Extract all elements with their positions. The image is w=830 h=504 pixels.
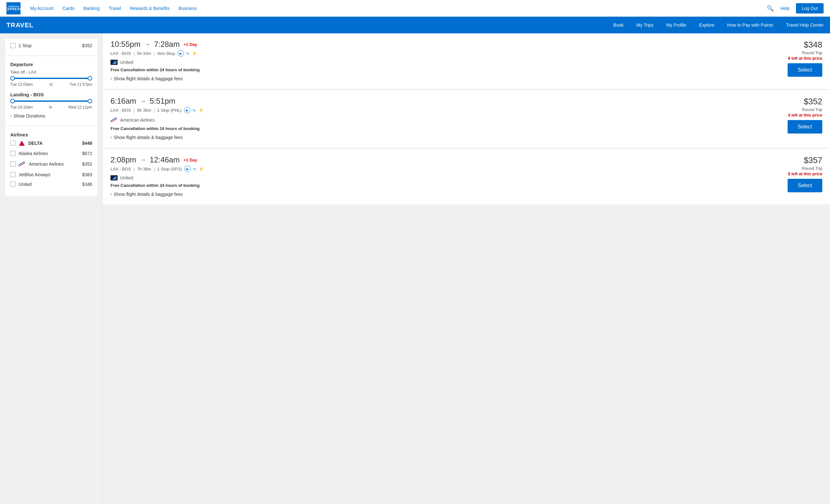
nav-cards[interactable]: Cards [62,6,74,11]
screen-icon-1: ▶ [178,50,184,57]
nav-my-account[interactable]: My Account [30,6,53,11]
airline-name-3: United [120,175,133,180]
delta-checkbox[interactable] [10,141,15,146]
flight-route-1: LAX - BOS | 5h 33m | Non-Stop ▶ ∿ ⚡ [110,50,199,57]
flight-info-2: 6:16am → 5:51pm LAX - BOS | 8h 35m | 1 S… [110,97,204,142]
landing-slider-left[interactable] [10,99,15,103]
duration-2: 8h 35m [137,108,151,113]
travel-nav-explore[interactable]: Explore [699,23,714,28]
select-button-3[interactable]: Select [788,179,822,192]
seats-left-1: 9 left at this price [788,56,822,61]
slider-left-handle[interactable] [10,76,15,80]
select-button-2[interactable]: Select [788,120,822,134]
travel-nav-my-profile[interactable]: My Profile [666,23,686,28]
nav-help[interactable]: Help [780,6,790,11]
aa-logo-icon-2 [110,116,118,124]
nav-rewards[interactable]: Rewards & Benefits [130,6,169,11]
free-cancel-3: Free Cancellation within 24 hours of boo… [110,183,204,188]
duration-3: 7h 38m [137,167,151,171]
departure-sub: Take off - LAX [10,70,92,74]
show-details-button-3[interactable]: › Show flight details & baggage fees [110,189,183,199]
travel-nav-help-center[interactable]: Travel Help Center [786,23,824,28]
flight-times-1: 10:55pm → 7:28am +1 Day [110,40,199,49]
united-price: $348 [82,182,92,187]
flight-card-1: 10:55pm → 7:28am +1 Day LAX - BOS | 5h 3… [103,33,830,89]
nav-travel[interactable]: Travel [108,6,121,11]
flight-card-3: 2:08pm → 12:46am +1 Day LAX - BOS | 7h 3… [103,149,830,204]
departure-range-end: Tue 11:57pm [70,82,92,87]
wifi-icon-3: ∿ [193,166,197,171]
show-details-button-1[interactable]: › Show flight details & baggage fees [110,73,183,84]
flight-header-2: 6:16am → 5:51pm LAX - BOS | 8h 35m | 1 S… [110,97,822,142]
landing-range-end: Wed 12:11pm [68,105,93,109]
show-details-label-2: Show flight details & baggage fees [114,135,183,140]
flights-list: 10:55pm → 7:28am +1 Day LAX - BOS | 5h 3… [103,33,830,504]
airlines-title: Airlines [10,132,92,137]
stops-1: Non-Stop [157,51,175,56]
price-1: $348 [804,40,822,50]
logout-button[interactable]: Log Out [796,3,824,13]
airline-row-jetblue: JetBlue Airways $383 [10,172,92,177]
select-button-1[interactable]: Select [788,63,822,77]
aa-price: $352 [82,162,92,167]
plus-day-3: +1 Day [183,158,197,162]
departure-range: Tue 12:03am to Tue 11:57pm [10,82,92,87]
show-durations-button[interactable]: › Show Durations [10,111,45,121]
travel-nav-pay-with-points[interactable]: How to Pay with Points [727,23,773,28]
alaska-name: Alaska Airlines [19,151,79,156]
route-2: LAX - BOS [110,108,131,113]
departure-to: to [50,82,53,87]
landing-slider-right[interactable] [88,99,92,103]
stops-checkbox[interactable] [10,43,15,48]
nav-business[interactable]: Business [179,6,197,11]
travel-nav-my-trips[interactable]: My Trips [636,23,653,28]
flight-header-1: 10:55pm → 7:28am +1 Day LAX - BOS | 5h 3… [110,40,822,84]
arrow-icon-3: → [140,157,146,163]
jetblue-name: JetBlue Airways [19,172,79,177]
airline-row-alaska: Alaska Airlines $672 [10,151,92,156]
alaska-checkbox[interactable] [10,151,15,156]
aa-logo-icon [19,161,26,168]
trip-type-1: Round Trip [802,51,822,55]
power-icon-1: ⚡ [192,51,197,56]
stops-price: $352 [82,43,92,48]
departure-slider[interactable] [10,78,92,79]
route-3: LAX - BOS [110,167,131,171]
united-checkbox[interactable] [10,182,15,187]
flight-amenities-3: ▶ ∿ ⚡ [184,166,204,172]
travel-navigation: TRAVEL Book My Trips My Profile Explore … [0,17,830,33]
show-details-button-2[interactable]: › Show flight details & baggage fees [110,132,183,142]
seats-left-2: 4 left at this price [788,113,822,117]
arrive-time-2: 5:51pm [150,97,175,106]
stops-3: 1 Stop (SFO) [157,167,182,171]
nav-banking[interactable]: Banking [84,6,100,11]
landing-to: to [49,105,52,109]
travel-nav-book[interactable]: Book [613,23,624,28]
seats-left-3: 9 left at this price [788,171,822,176]
amex-logo: AMERICAN EXPRESS [6,2,21,14]
departure-range-start: Tue 12:03am [10,82,33,87]
chevron-icon-2: › [110,135,112,140]
depart-time-1: 10:55pm [110,40,140,49]
wifi-icon-1: ∿ [186,51,190,56]
search-icon[interactable]: 🔍 [767,5,774,12]
jetblue-price: $383 [82,172,92,177]
jetblue-checkbox[interactable] [10,172,15,177]
flight-times-2: 6:16am → 5:51pm [110,97,204,106]
flight-amenities-1: ▶ ∿ ⚡ [178,50,197,57]
delta-price: $448 [82,141,92,146]
airline-name-1: United [120,60,133,65]
flight-route-2: LAX - BOS | 8h 35m | 1 Stop (PHL) ▶ ∿ ⚡ [110,107,204,113]
flight-info-3: 2:08pm → 12:46am +1 Day LAX - BOS | 7h 3… [110,155,204,199]
price-3: $357 [804,155,822,165]
travel-brand: TRAVEL [6,22,34,29]
depart-time-2: 6:16am [110,97,136,106]
top-navigation: AMERICAN EXPRESS My Account Cards Bankin… [0,0,830,17]
show-details-label-3: Show flight details & baggage fees [114,192,183,197]
arrive-time-3: 12:46am [150,155,180,164]
chevron-icon-1: › [110,76,112,81]
slider-right-handle[interactable] [88,76,92,80]
landing-slider[interactable] [10,100,92,102]
aa-checkbox[interactable] [10,162,15,167]
arrow-icon-1: → [144,41,150,48]
